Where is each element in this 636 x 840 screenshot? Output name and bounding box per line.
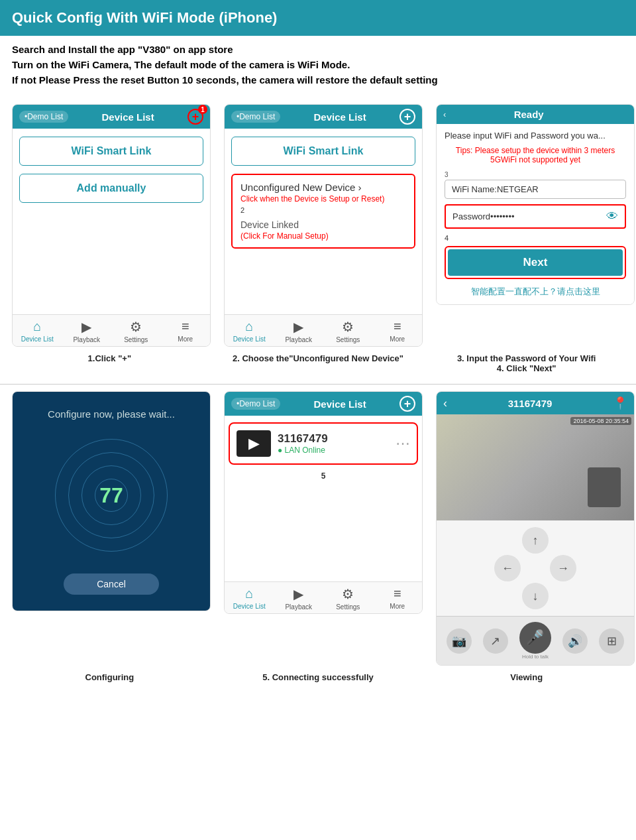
nav-playback-4[interactable]: ▶ Playback — [282, 586, 315, 611]
caption-viewing-col: Viewing — [423, 668, 629, 689]
viewing-col: ‹ 31167479 📍 2016-05-08 20:35:54 ↑ ← → ↓ — [431, 391, 636, 666]
action-bar: 📷 ↗ 🎤 Hold to talk 🔊 ⊞ — [437, 616, 634, 665]
device-list-title: Device List — [314, 398, 366, 410]
screen1-title: Device List — [102, 111, 154, 123]
dpad-empty-bl — [494, 583, 521, 609]
instructions-section: Search and Install the app "V380" on app… — [0, 44, 636, 97]
instruction-3: If not Please Press the reset Button 10 … — [12, 74, 624, 86]
back-button-view[interactable]: ‹ — [443, 396, 447, 410]
dpad-right[interactable]: → — [550, 555, 576, 581]
add-button-4[interactable]: + — [399, 396, 415, 412]
step4-badge: 4 — [445, 234, 626, 242]
camera-object — [588, 467, 621, 507]
nav-more-2[interactable]: ≡ More — [381, 319, 414, 343]
nav-more-1[interactable]: ≡ More — [169, 319, 202, 343]
nav-device-list-4[interactable]: ⌂ Device List — [233, 586, 266, 611]
instruction-1: Search and Install the app "V380" on app… — [12, 44, 624, 55]
caption-3: 3. Input the Password of Your Wifi 4. Cl… — [457, 349, 596, 380]
china-link[interactable]: 智能配置一直配不上？请点击这里 — [445, 286, 626, 298]
nav-label-settings-1: Settings — [124, 336, 148, 343]
demo-list-btn-2[interactable]: •Demo List — [231, 111, 280, 123]
wifi-smart-link-btn-1[interactable]: WiFi Smart Link — [19, 137, 203, 166]
nav-settings-1[interactable]: ⚙ Settings — [119, 319, 152, 343]
dpad-empty-tl — [494, 527, 521, 554]
nav-device-list-2[interactable]: ⌂ Device List — [233, 319, 266, 343]
radar-display: 77 — [52, 436, 171, 555]
nav-more-4[interactable]: ≡ More — [381, 586, 414, 611]
caption-config-text: Configuring — [85, 672, 134, 682]
nav-label-device-list-4: Device List — [233, 603, 266, 610]
phone-screen-device-list: •Demo List Device List + ▶ 31167479 LAN … — [224, 391, 423, 614]
nav-label-more-2: More — [390, 335, 405, 343]
nav-label-more-1: More — [178, 335, 193, 343]
unconfigured-sub: Click when the Device is Setup or Reset) — [240, 194, 406, 204]
nav-settings-2[interactable]: ⚙ Settings — [331, 319, 364, 343]
dpad-controls: ↑ ← → ↓ — [437, 520, 634, 616]
phone-screen-config: Configure now, please wait... 77 Cancel — [12, 391, 211, 611]
row2-captions: Configuring 5. Connecting successfully V… — [0, 666, 636, 697]
caption-1: 1.Click "+" — [88, 349, 131, 370]
ready-screen-body: Please input WiFi and Password you wa...… — [437, 124, 634, 304]
caption-2: 2. Choose the"Unconfigured New Device" — [233, 349, 403, 370]
plus-icon-4: + — [404, 397, 411, 411]
screen1-bottom-nav: ⌂ Device List ▶ Playback ⚙ Settings ≡ Mo… — [13, 314, 210, 346]
device-status-label: LAN Online — [278, 446, 389, 455]
location-icon[interactable]: 📍 — [613, 396, 627, 410]
settings-icon-1: ⚙ — [130, 319, 142, 335]
ready-tips: Tips: Please setup the device within 3 m… — [445, 146, 626, 164]
eye-icon[interactable]: 👁 — [606, 210, 618, 223]
dpad-up[interactable]: ↑ — [522, 527, 549, 554]
nav-label-playback-2: Playback — [285, 336, 312, 343]
demo-list-btn-4[interactable]: •Demo List — [231, 398, 280, 410]
nav-playback-2[interactable]: ▶ Playback — [282, 319, 315, 343]
nav-device-list-1[interactable]: ⌂ Device List — [21, 319, 54, 343]
more-icon-1: ≡ — [182, 319, 189, 334]
demo-list-btn-1[interactable]: •Demo List — [19, 111, 68, 123]
device-more-btn[interactable]: ⋯ — [396, 435, 410, 452]
step5-badge: 5 — [321, 471, 326, 481]
share-action-btn[interactable]: ↗ — [483, 629, 508, 654]
wifi-name-input[interactable]: WiFi Name:NETGEAR — [445, 180, 626, 199]
mic-button[interactable]: 🎤 — [519, 622, 551, 654]
camera-action-btn[interactable]: 📷 — [447, 629, 472, 654]
caption3-col: 3. Input the Password of Your Wifi 4. Cl… — [423, 349, 629, 380]
radar-number: 77 — [99, 483, 123, 507]
configuring-screen-body: Configure now, please wait... 77 Cancel — [13, 392, 210, 611]
screen1-topbar: •Demo List Device List + 1 — [13, 105, 210, 129]
instruction-2: Turn on the WiFi Camera, The default mod… — [12, 59, 624, 70]
cancel-button[interactable]: Cancel — [64, 573, 159, 595]
screen2-title: Device List — [314, 111, 366, 123]
page-title: Quick Config With WiFi Mode (iPhone) — [12, 9, 277, 26]
nav-label-more-4: More — [390, 603, 405, 610]
next-btn-outer: Next — [445, 246, 626, 279]
add-manually-btn[interactable]: Add manually — [19, 174, 203, 203]
unconfigured-device-card[interactable]: Unconfigured New Device › Click when the… — [231, 174, 415, 249]
nav-label-playback-4: Playback — [285, 603, 312, 611]
next-button[interactable]: Next — [448, 249, 623, 276]
step2-badge: 2 — [240, 206, 406, 214]
phone-screen-2: •Demo List Device List + WiFi Smart Link… — [224, 104, 423, 347]
dpad-left[interactable]: ← — [494, 555, 521, 581]
row1: •Demo List Device List + 1 WiFi Smart Li… — [0, 97, 636, 347]
screen2-topbar: •Demo List Device List + — [225, 105, 422, 129]
screen3-topbar: ‹ Ready — [437, 105, 634, 124]
wifi-smart-link-btn-2[interactable]: WiFi Smart Link — [231, 137, 415, 166]
back-button-3[interactable]: ‹ — [443, 109, 446, 119]
add-button-1[interactable]: + 1 — [187, 109, 203, 125]
ready-intro: Please input WiFi and Password you wa... — [445, 131, 626, 141]
add-button-2[interactable]: + — [399, 109, 415, 125]
home-icon-1: ⌂ — [33, 319, 41, 334]
device-list-item[interactable]: ▶ 31167479 LAN Online ⋯ — [229, 422, 418, 465]
row2: Configure now, please wait... 77 Cancel … — [0, 384, 636, 666]
screen2-bottom-nav: ⌂ Device List ▶ Playback ⚙ Settings ≡ Mo… — [225, 314, 422, 346]
home-icon-4: ⌂ — [245, 586, 253, 601]
dpad-empty-center — [522, 555, 549, 581]
nav-settings-4[interactable]: ⚙ Settings — [331, 586, 364, 611]
nav-playback-1[interactable]: ▶ Playback — [70, 319, 103, 343]
settings-icon-2: ⚙ — [342, 319, 354, 335]
caption-3-2: 4. Click "Next" — [497, 363, 556, 373]
dpad-down[interactable]: ↓ — [522, 583, 549, 609]
wifi-password-input[interactable]: Password•••••••• 👁 — [445, 204, 626, 229]
screen-action-btn[interactable]: ⊞ — [599, 629, 624, 654]
volume-action-btn[interactable]: 🔊 — [562, 629, 588, 654]
